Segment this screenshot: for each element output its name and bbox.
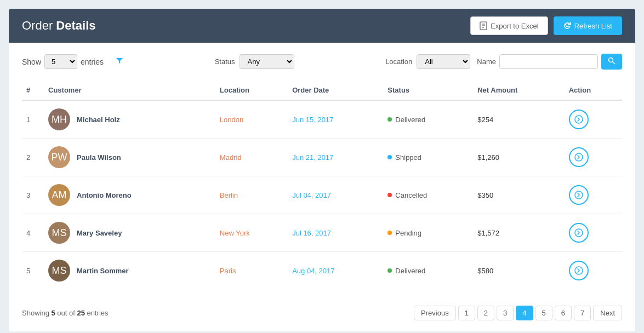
row-net-amount: $350 <box>473 176 564 214</box>
name-label: Name <box>477 58 496 66</box>
arrow-right-icon <box>574 228 583 237</box>
row-location: Paris <box>215 252 288 290</box>
table-row: 3 AM Antonio Moreno Berlin Jul 04, 2017 … <box>22 176 622 214</box>
name-search-input[interactable] <box>499 54 598 69</box>
view-order-button[interactable] <box>569 147 589 167</box>
entries-select[interactable]: 5 10 25 50 100 <box>44 54 77 69</box>
table-row: 1 MH Michael Holz London Jun 15, 2017 De… <box>22 100 622 139</box>
row-action <box>565 100 622 139</box>
location-link[interactable]: New York <box>220 229 250 237</box>
table-footer: Showing 5 out of 25 entries Previous 1 2… <box>22 300 622 320</box>
location-label: Location <box>385 58 412 66</box>
row-net-amount: $1,260 <box>473 139 564 176</box>
row-action <box>565 176 622 214</box>
row-status: Cancelled <box>383 176 473 214</box>
page-header: Order Details Export to Excel Refresh Li… <box>9 9 635 43</box>
location-link[interactable]: Madrid <box>220 153 242 162</box>
page-button-6[interactable]: 6 <box>555 306 572 320</box>
row-action <box>565 139 622 176</box>
row-net-amount: $254 <box>473 100 564 139</box>
table-row: 2 PW Paula Wilson Madrid Jun 21, 2017 Sh… <box>22 139 622 176</box>
arrow-right-icon <box>574 153 583 162</box>
status-dot <box>387 117 392 122</box>
svg-line-5 <box>612 62 615 65</box>
arrow-right-icon <box>574 115 583 124</box>
avatar: MS <box>48 222 70 244</box>
location-link[interactable]: London <box>220 116 243 124</box>
col-location: Location <box>215 81 288 100</box>
status-text: Delivered <box>395 116 425 124</box>
refresh-list-button[interactable]: Refresh List <box>554 16 622 35</box>
status-select[interactable]: Any Delivered Shipped Cancelled Pending <box>240 54 294 69</box>
col-customer: Customer <box>44 81 215 100</box>
pagination: Previous 1 2 3 4 5 6 7 Next <box>414 306 622 320</box>
prev-button[interactable]: Previous <box>414 306 456 320</box>
page-button-2[interactable]: 2 <box>477 306 494 320</box>
location-select[interactable]: All London Madrid Berlin New York Paris <box>417 54 470 69</box>
customer-name: Mary Saveley <box>77 229 122 237</box>
view-order-button[interactable] <box>569 261 589 280</box>
export-excel-button[interactable]: Export to Excel <box>470 16 548 35</box>
view-order-button[interactable] <box>569 185 589 205</box>
page-button-4[interactable]: 4 <box>516 306 533 320</box>
orders-table: # Customer Location Order Date Status Ne… <box>22 81 622 289</box>
refresh-icon <box>563 22 571 30</box>
main-card: Show 5 10 25 50 100 entries Status Any D… <box>9 43 635 331</box>
row-net-amount: $1,572 <box>473 214 564 252</box>
status-filter: Status Any Delivered Shipped Cancelled P… <box>215 54 294 69</box>
row-location: New York <box>215 214 288 252</box>
avatar: MS <box>48 260 70 282</box>
filter-icon <box>116 57 123 67</box>
status-text: Pending <box>395 229 421 237</box>
avatar: AM <box>48 184 70 206</box>
page-button-7[interactable]: 7 <box>574 306 591 320</box>
showing-text: Showing 5 out of 25 entries <box>22 309 109 317</box>
svg-point-4 <box>608 58 613 62</box>
avatar: MH <box>48 108 70 130</box>
status-dot <box>387 193 392 197</box>
row-num: 2 <box>22 139 44 176</box>
location-link[interactable]: Paris <box>220 267 236 275</box>
col-status: Status <box>383 81 473 100</box>
location-link[interactable]: Berlin <box>220 191 238 199</box>
name-search-control: Name <box>477 54 622 70</box>
search-button[interactable] <box>601 54 622 70</box>
view-order-button[interactable] <box>569 110 589 129</box>
toolbar: Show 5 10 25 50 100 entries Status Any D… <box>22 54 622 70</box>
customer-name: Antonio Moreno <box>77 191 132 199</box>
search-icon <box>608 57 615 65</box>
status-text: Cancelled <box>395 191 427 199</box>
row-action <box>565 214 622 252</box>
arrow-right-icon <box>574 266 583 275</box>
status-dot <box>387 155 392 159</box>
col-action: Action <box>565 81 622 100</box>
status-dot <box>387 268 392 273</box>
table-row: 4 MS Mary Saveley New York Jul 16, 2017 … <box>22 214 622 252</box>
page-button-5[interactable]: 5 <box>535 306 552 320</box>
row-customer: MS Mary Saveley <box>44 214 215 252</box>
showing-total: 25 <box>77 309 84 317</box>
show-entries-control: Show 5 10 25 50 100 entries <box>22 54 104 69</box>
row-action <box>565 252 622 290</box>
row-status: Shipped <box>383 139 473 176</box>
show-label: Show <box>22 58 41 66</box>
row-order-date: Jul 04, 2017 <box>288 176 383 214</box>
avatar: PW <box>48 146 70 168</box>
status-dot <box>387 231 392 235</box>
row-num: 1 <box>22 100 44 139</box>
page-button-3[interactable]: 3 <box>497 306 514 320</box>
col-order-date: Order Date <box>288 81 383 100</box>
view-order-button[interactable] <box>569 223 589 243</box>
row-location: London <box>215 100 288 139</box>
header-actions: Export to Excel Refresh List <box>470 16 622 35</box>
status-text: Delivered <box>395 267 425 275</box>
row-status: Delivered <box>383 100 473 139</box>
row-order-date: Jun 21, 2017 <box>288 139 383 176</box>
location-filter: Location All London Madrid Berlin New Yo… <box>385 54 470 69</box>
page-button-1[interactable]: 1 <box>458 306 475 320</box>
next-button[interactable]: Next <box>593 306 622 320</box>
page-title: Order Details <box>22 19 96 33</box>
row-num: 4 <box>22 214 44 252</box>
entries-label: entries <box>81 58 104 66</box>
table-row: 5 MS Martin Sommer Paris Aug 04, 2017 De… <box>22 252 622 290</box>
